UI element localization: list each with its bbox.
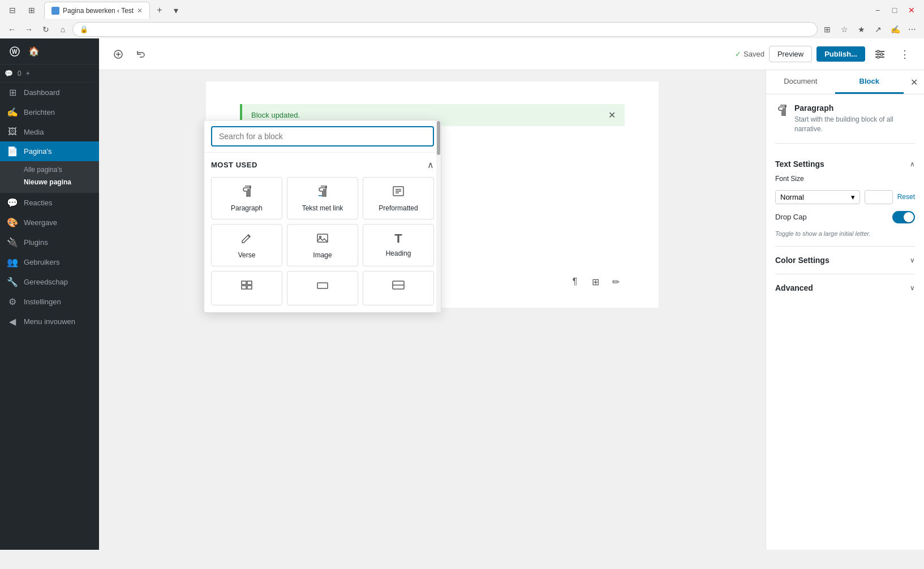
most-used-toggle[interactable]: ∧	[427, 160, 434, 170]
font-size-row: Normal ▾ Reset	[775, 190, 915, 204]
font-size-custom-input[interactable]	[865, 190, 893, 204]
sidebar-item-paginas[interactable]: 📄 Pagina's	[0, 141, 99, 161]
address-bar[interactable]: 🔒	[72, 22, 818, 37]
sidebar-item-weergave[interactable]: 🎨 Weergave	[0, 213, 99, 232]
quote-block-icon	[316, 278, 329, 295]
app-container: W 🏠 💬 0 + ⊞ Dashboard ✍ Berichten 🖼 Medi…	[0, 38, 924, 550]
browser-tab-btn[interactable]: ⊞	[24, 2, 40, 18]
block-info-text: Paragraph Start with the building block …	[794, 104, 915, 134]
verse-block-label: Verse	[238, 251, 256, 259]
maximize-button[interactable]: □	[887, 2, 902, 18]
tab-document[interactable]: Document	[766, 70, 835, 94]
paginas-icon: 📄	[7, 146, 18, 157]
text-settings-header[interactable]: Text Settings ∧	[775, 155, 915, 173]
editor-main: ✓ Saved Preview Publish... ⋮	[99, 38, 924, 550]
site-home-icon[interactable]: 🏠	[28, 46, 40, 57]
panel-content: Paragraph Start with the building block …	[766, 94, 924, 550]
undo-button[interactable]	[131, 44, 151, 64]
font-size-label: Font Size	[775, 173, 915, 183]
inserter-search-area	[204, 120, 441, 153]
block-edit-icon-btn[interactable]: ✏	[607, 273, 625, 291]
active-browser-tab[interactable]: Pagina bewerken ‹ Test ✕	[44, 2, 150, 19]
block-item-image[interactable]: Image	[287, 224, 358, 266]
reacties-icon: 💬	[7, 197, 18, 208]
forward-button[interactable]: →	[22, 22, 36, 37]
sidebar-item-instellingen[interactable]: ⚙ Instellingen	[0, 292, 99, 312]
more-button[interactable]: ⋯	[905, 22, 919, 37]
comments-count: 0	[18, 70, 22, 77]
sidebar-item-dashboard[interactable]: ⊞ Dashboard	[0, 83, 99, 102]
block-item-paragraph[interactable]: Paragraph	[211, 177, 282, 219]
collections-button[interactable]: ★	[854, 22, 869, 37]
extensions-button[interactable]: ⊞	[820, 22, 835, 37]
editor-canvas-wrap[interactable]: Block updated. ✕ n sitelink + ¶ ⊞ ✏	[99, 70, 766, 550]
block-item-quote[interactable]	[287, 271, 358, 305]
toggle-knob	[904, 212, 914, 222]
block-item-media-text[interactable]	[363, 271, 434, 305]
add-block-toolbar-button[interactable]	[108, 44, 128, 64]
preformatted-block-icon	[392, 184, 405, 201]
back-button[interactable]: ←	[5, 22, 19, 37]
font-size-reset-button[interactable]: Reset	[897, 193, 915, 201]
panel-close-button[interactable]: ✕	[904, 72, 924, 92]
most-used-section-header[interactable]: Most Used ∧	[211, 160, 434, 170]
media-icon: 🖼	[7, 127, 18, 137]
sidebar-nav: ⊞ Dashboard ✍ Berichten 🖼 Media 📄 Pagina…	[0, 83, 99, 550]
block-type-name: Paragraph	[794, 104, 915, 113]
alle-paginas-link[interactable]: Alle pagina's	[24, 163, 99, 176]
advanced-section: Advanced ∨	[775, 274, 915, 297]
right-panel: Document Block ✕ Paragraph	[766, 70, 924, 550]
block-item-heading[interactable]: T Heading	[363, 224, 434, 266]
block-item-tekst-met-link[interactable]: Tekst met link	[287, 177, 358, 219]
block-grid: Paragraph	[211, 177, 434, 305]
home-button[interactable]: ⌂	[55, 22, 70, 37]
refresh-button[interactable]: ↻	[38, 22, 53, 37]
sidebar-item-berichten[interactable]: ✍ Berichten	[0, 102, 99, 122]
weergave-icon: 🎨	[7, 217, 18, 228]
browser-sidebar-btn[interactable]: ⊟	[5, 2, 20, 18]
sidebar-item-media[interactable]: 🖼 Media	[0, 122, 99, 141]
color-settings-section: Color Settings ∨	[775, 246, 915, 269]
feedback-button[interactable]: ✍	[888, 22, 902, 37]
wp-logo[interactable]: W	[7, 44, 23, 59]
minimize-button[interactable]: −	[870, 2, 886, 18]
block-search-input[interactable]	[211, 126, 434, 146]
share-button[interactable]: ↗	[871, 22, 886, 37]
heading-block-icon: T	[394, 231, 402, 246]
editor-settings-button[interactable]	[870, 44, 890, 64]
drop-cap-toggle[interactable]	[892, 211, 915, 223]
publish-button[interactable]: Publish...	[816, 46, 865, 62]
notice-close-button[interactable]: ✕	[608, 110, 616, 120]
block-item-verse[interactable]: Verse	[211, 224, 282, 266]
inserter-scrollbar[interactable]	[436, 120, 441, 312]
font-size-select[interactable]: Normal ▾	[775, 190, 860, 204]
advanced-header[interactable]: Advanced ∨	[775, 279, 915, 297]
color-settings-title: Color Settings	[775, 256, 830, 265]
tab-close-btn[interactable]: ✕	[137, 7, 143, 15]
tab-block[interactable]: Block	[835, 70, 904, 94]
preview-button[interactable]: Preview	[769, 46, 812, 62]
sidebar-item-plugins[interactable]: 🔌 Plugins	[0, 232, 99, 252]
close-button[interactable]: ✕	[904, 2, 919, 18]
svg-rect-23	[317, 283, 328, 288]
sidebar-item-gereedschap[interactable]: 🔧 Gereedschap	[0, 272, 99, 292]
new-tab-button[interactable]: +	[152, 3, 166, 18]
more-options-button[interactable]: ⋮	[895, 44, 915, 64]
sidebar-item-gebruikers[interactable]: 👥 Gebruikers	[0, 252, 99, 272]
block-info: Paragraph Start with the building block …	[775, 104, 915, 144]
dashboard-icon: ⊞	[7, 87, 18, 98]
block-paragraph-icon-btn[interactable]: ¶	[566, 273, 584, 291]
tab-list-button[interactable]: ▾	[169, 3, 183, 18]
nieuwe-pagina-link[interactable]: Nieuwe pagina	[24, 176, 99, 188]
sidebar-item-reacties[interactable]: 💬 Reacties	[0, 193, 99, 213]
sidebar-item-label-berichten: Berichten	[24, 108, 55, 117]
inserter-body: Most Used ∧	[204, 153, 441, 312]
block-type-description: Start with the building block of all nar…	[794, 115, 915, 134]
block-item-preformatted[interactable]: Preformatted	[363, 177, 434, 219]
favorites-button[interactable]: ☆	[837, 22, 852, 37]
sidebar-item-menu-invouwen[interactable]: ◀ Menu invouwen	[0, 312, 99, 331]
block-table-icon-btn[interactable]: ⊞	[586, 273, 604, 291]
block-item-gallery[interactable]	[211, 271, 282, 305]
color-settings-header[interactable]: Color Settings ∨	[775, 251, 915, 269]
advanced-title: Advanced	[775, 283, 813, 292]
